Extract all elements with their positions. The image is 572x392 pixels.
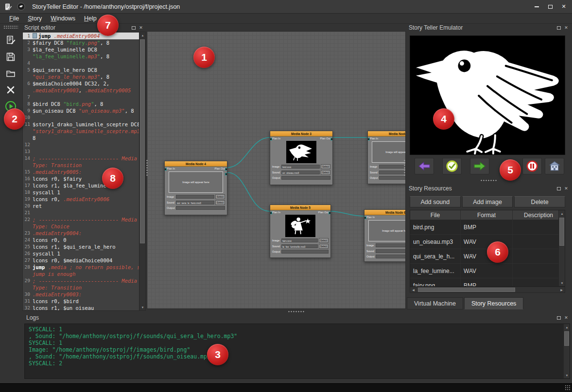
annotation-badge-4: 4 bbox=[433, 108, 454, 130]
code-vertical-scrollbar[interactable]: ▲ ▼ bbox=[139, 32, 145, 310]
home-button[interactable] bbox=[545, 158, 564, 174]
input-port[interactable] bbox=[364, 217, 366, 219]
column-header-description[interactable]: Description bbox=[513, 210, 565, 220]
select-button[interactable]: Select bbox=[319, 244, 329, 249]
scroll-thumb[interactable] bbox=[418, 288, 515, 292]
code-line: 27lcons r0, $mediaChoice0004 bbox=[23, 257, 139, 264]
media-node[interactable]: Media Node 6Plan InImage will appear her… bbox=[364, 209, 406, 262]
scroll-down-icon[interactable]: ▼ bbox=[139, 304, 146, 310]
logs-vertical-scrollbar[interactable]: ▲ ▼ bbox=[563, 324, 570, 378]
table-horizontal-scrollbar[interactable]: ◀ ▶ bbox=[410, 287, 565, 293]
output-port[interactable] bbox=[329, 212, 331, 214]
code-editor[interactable]: 1jump .mediaEntry00042$fairy DC8 "fairy.… bbox=[22, 32, 146, 311]
node-header[interactable]: Media Node 3 bbox=[270, 131, 332, 136]
scroll-thumb[interactable] bbox=[564, 331, 569, 346]
close-panel-icon[interactable]: ✕ bbox=[563, 315, 569, 321]
new-script-button[interactable] bbox=[3, 33, 18, 48]
node-header[interactable]: Media Node 6 bbox=[364, 210, 406, 215]
next-button[interactable] bbox=[470, 158, 489, 174]
select-button[interactable]: Select bbox=[321, 164, 330, 169]
emulator-title: Story Teller Emulator bbox=[409, 24, 463, 31]
node-field-value bbox=[379, 176, 406, 180]
tab-virtual-machine[interactable]: Virtual Machine bbox=[407, 297, 463, 309]
code-line: 23.mediaEntry0004: bbox=[23, 230, 139, 237]
save-button[interactable] bbox=[3, 50, 18, 64]
select-button[interactable]: Select bbox=[319, 238, 329, 243]
scroll-left-icon[interactable]: ◀ bbox=[410, 287, 416, 293]
menu-windows[interactable]: Windows bbox=[46, 14, 80, 23]
tab-story-resources[interactable]: Story Resources bbox=[464, 297, 523, 309]
node-header[interactable]: Media Node 5 bbox=[270, 205, 330, 210]
delete-button[interactable]: Delete bbox=[514, 196, 565, 207]
code-area[interactable]: 1jump .mediaEntry00042$fairy DC8 "fairy.… bbox=[23, 33, 139, 310]
close-panel-icon[interactable]: ✕ bbox=[563, 186, 569, 191]
media-node[interactable]: Media Node 3Plan InPlan OutImagebird.png… bbox=[270, 131, 333, 185]
add-image-button[interactable]: Add image bbox=[462, 196, 513, 207]
image-placeholder: Image will appear here bbox=[368, 220, 406, 241]
float-panel-icon[interactable] bbox=[556, 315, 562, 321]
table-row[interactable]: un_oiseau.mp3WAV bbox=[410, 235, 565, 249]
select-button[interactable]: Select bbox=[215, 200, 225, 205]
close-panel-icon[interactable]: ✕ bbox=[138, 25, 144, 31]
resize-grip[interactable] bbox=[565, 385, 571, 391]
output-port[interactable] bbox=[225, 173, 227, 175]
scroll-thumb[interactable] bbox=[559, 218, 564, 246]
splitter-bottom-handle[interactable] bbox=[288, 310, 304, 313]
close-project-button[interactable] bbox=[3, 83, 18, 97]
pause-button[interactable] bbox=[522, 158, 542, 174]
menu-file[interactable]: File bbox=[5, 14, 23, 23]
splitter-left-handle[interactable] bbox=[146, 159, 148, 176]
code-line: Type: Choice bbox=[23, 223, 139, 230]
bird-illustration bbox=[410, 36, 565, 154]
scroll-right-icon[interactable]: ▶ bbox=[558, 287, 565, 293]
table-row[interactable]: fairy.pngBMP bbox=[410, 278, 565, 287]
maximize-button[interactable] bbox=[544, 2, 556, 12]
scroll-thumb[interactable] bbox=[140, 39, 145, 243]
media-node[interactable]: Media Node 4Plan InPlan OutImage will ap… bbox=[164, 161, 227, 215]
node-header[interactable]: Media Node 1 bbox=[368, 131, 406, 136]
float-panel-icon[interactable] bbox=[131, 25, 137, 31]
validate-button[interactable] bbox=[442, 158, 462, 174]
node-header[interactable]: Media Node 4 bbox=[165, 161, 227, 167]
input-port[interactable] bbox=[270, 138, 272, 140]
scroll-down-icon[interactable]: ▼ bbox=[564, 372, 570, 378]
scroll-down-icon[interactable]: ▼ bbox=[559, 280, 565, 286]
table-row[interactable]: la_fee_lumine...WAV bbox=[410, 264, 565, 278]
emulator-resources-splitter[interactable] bbox=[480, 179, 497, 182]
back-button[interactable] bbox=[415, 158, 434, 174]
window-title: StoryTeller Editor - /home/anthony/ostpr… bbox=[32, 3, 180, 10]
node-canvas[interactable]: Media Node 4Plan InPlan OutImage will ap… bbox=[147, 31, 406, 309]
output-port[interactable] bbox=[225, 168, 227, 170]
scroll-up-icon[interactable]: ▲ bbox=[139, 32, 146, 38]
scroll-up-icon[interactable]: ▲ bbox=[559, 210, 565, 217]
code-line: 31lcons r0, $bird bbox=[23, 298, 139, 305]
output-port[interactable] bbox=[330, 138, 333, 140]
open-project-button[interactable] bbox=[3, 66, 18, 81]
code-line: 28jump .media ; no return possible, so a bbox=[23, 264, 139, 271]
float-panel-icon[interactable] bbox=[556, 25, 562, 31]
input-port[interactable] bbox=[367, 138, 370, 140]
minimize-button[interactable] bbox=[530, 2, 543, 12]
media-node[interactable]: Media Node 5Plan InPlan OutImagefairy.pn… bbox=[270, 205, 331, 258]
annotation-badge-3: 3 bbox=[207, 344, 228, 365]
status-bar bbox=[0, 383, 572, 392]
table-row[interactable]: bird.pngBMP bbox=[410, 220, 565, 235]
scroll-up-icon[interactable]: ▲ bbox=[564, 324, 570, 330]
column-header-format[interactable]: Format bbox=[461, 210, 513, 220]
code-line: 30.mediaEntry0003: bbox=[23, 291, 139, 298]
node-field-row: Soundqui_sera_le_hero.mp3Select bbox=[165, 200, 227, 205]
toolbar-drag-handle[interactable] bbox=[3, 25, 18, 29]
column-header-file[interactable]: File bbox=[410, 210, 461, 220]
input-port[interactable] bbox=[164, 168, 167, 170]
media-node[interactable]: Media Node 1Plan InImage will appear her… bbox=[367, 131, 406, 184]
select-button[interactable]: Select bbox=[215, 194, 225, 199]
float-panel-icon[interactable] bbox=[556, 186, 562, 191]
input-port[interactable] bbox=[270, 212, 272, 214]
table-vertical-scrollbar[interactable]: ▲ ▼ bbox=[558, 210, 565, 286]
close-panel-icon[interactable]: ✕ bbox=[563, 25, 569, 31]
select-button[interactable]: Select bbox=[321, 170, 330, 175]
code-line: 2$fairy DC8 "fairy.png", 8 bbox=[23, 39, 139, 46]
menu-story[interactable]: Story bbox=[23, 14, 46, 23]
close-button[interactable]: ✕ bbox=[557, 2, 570, 12]
add-sound-button[interactable]: Add sound bbox=[410, 196, 461, 207]
